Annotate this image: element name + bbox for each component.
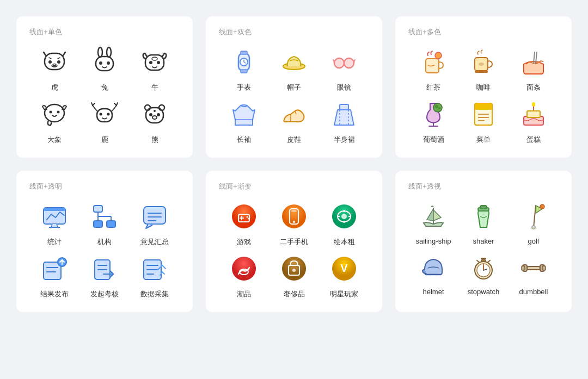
svg-text:V: V (340, 262, 348, 274)
svg-rect-27 (241, 51, 247, 54)
picture-book-label: 绘本租 (334, 237, 355, 247)
svg-point-36 (435, 52, 442, 59)
svg-rect-59 (107, 221, 115, 227)
list-item: 发起考核 (79, 252, 130, 299)
card-line-gradient: 线面+渐变 (206, 171, 382, 312)
svg-rect-4 (96, 57, 113, 71)
svg-rect-51 (527, 111, 540, 117)
stopwatch-icon (467, 251, 500, 283)
review-icon (88, 252, 121, 285)
svg-rect-57 (94, 206, 102, 212)
svg-point-11 (157, 61, 160, 64)
svg-line-119 (477, 260, 479, 262)
menu-label: 菜单 (476, 135, 491, 145)
trendy-label: 潮品 (237, 289, 251, 299)
card-title-line-single: 线面+单色 (29, 27, 180, 37)
svg-point-43 (435, 105, 438, 108)
list-item: 潮品 (219, 252, 269, 299)
svg-point-85 (247, 216, 248, 218)
svg-point-102 (292, 269, 296, 272)
sailing-ship-label: sailing-ship (415, 237, 451, 245)
skirt-icon (328, 98, 360, 131)
list-item: golf (509, 200, 559, 245)
shaker-icon (467, 200, 500, 233)
golf-label: golf (528, 237, 540, 245)
svg-point-24 (152, 116, 157, 119)
org-icon (88, 200, 121, 233)
deer-label: 鹿 (101, 135, 108, 145)
list-item: 鹿 (79, 98, 130, 145)
list-item: 结果发布 (29, 252, 79, 299)
list-item: 二手手机 (269, 200, 319, 247)
list-item: stopwatch (458, 251, 509, 296)
stats-label: 统计 (47, 237, 62, 247)
icon-grid-line-double: 手表 帽子 (219, 46, 369, 145)
review-label: 发起考核 (90, 289, 119, 299)
list-item: 兔 (79, 46, 130, 92)
cow-label: 牛 (151, 83, 158, 92)
golf-icon (517, 200, 550, 233)
celebrity-label: 明星玩家 (330, 289, 358, 299)
publish-label: 结果发布 (40, 289, 69, 299)
svg-rect-34 (340, 104, 348, 110)
svg-point-87 (282, 204, 306, 228)
menu-icon (467, 98, 500, 131)
svg-point-1 (48, 60, 52, 64)
feedback-label: 意见汇总 (140, 237, 169, 247)
list-item: 半身裙 (319, 98, 369, 145)
list-item: sailing-ship (408, 200, 458, 245)
trendy-icon (228, 252, 260, 285)
tiger-label: 虎 (51, 83, 58, 92)
svg-rect-64 (144, 207, 166, 224)
secondhand-phone-icon (278, 200, 310, 233)
svg-rect-124 (542, 266, 546, 270)
svg-point-17 (100, 113, 102, 116)
svg-point-10 (149, 61, 152, 64)
list-item: 长袖 (219, 98, 269, 145)
svg-rect-125 (527, 266, 540, 270)
list-item: 眼镜 (319, 46, 369, 92)
svg-point-7 (99, 61, 102, 65)
svg-rect-28 (241, 70, 247, 73)
list-item: 红茶 (408, 46, 458, 92)
icon-grid-line-single: 虎 兔 (29, 46, 180, 145)
list-item: 手表 (219, 46, 269, 92)
svg-point-81 (232, 204, 256, 228)
icon-grid-line-transparent: 统计 机构 (29, 200, 180, 299)
red-tea-label: 红茶 (426, 83, 440, 92)
svg-rect-38 (475, 71, 488, 73)
svg-point-14 (50, 111, 52, 114)
icon-grid-line-multi: 红茶 咖啡 (408, 46, 559, 145)
dumbbell-label: dumbbell (519, 288, 548, 296)
luxury-icon (278, 252, 310, 285)
helmet-icon (417, 251, 450, 283)
svg-point-3 (53, 64, 56, 66)
icon-showcase-grid: 线面+单色 虎 (16, 16, 572, 312)
list-item: 绘本租 (319, 200, 369, 247)
card-line-multi: 线面+多色 红茶 (395, 16, 572, 158)
secondhand-phone-label: 二手手机 (280, 237, 308, 247)
leather-shoes-label: 皮鞋 (287, 135, 301, 145)
svg-point-93 (341, 214, 347, 219)
svg-point-112 (425, 273, 442, 276)
hat-label: 帽子 (287, 83, 301, 92)
list-item: dumbbell (509, 251, 559, 296)
datacollect-label: 数据采集 (140, 289, 169, 299)
svg-point-39 (479, 63, 484, 66)
watch-label: 手表 (237, 83, 251, 92)
list-item: 咖啡 (458, 46, 509, 92)
svg-point-86 (248, 218, 250, 220)
svg-point-53 (532, 102, 535, 107)
datacollect-icon (138, 252, 171, 285)
svg-point-31 (334, 58, 344, 68)
red-tea-icon (417, 46, 450, 78)
list-item: 大象 (29, 98, 79, 145)
rabbit-label: 兔 (101, 83, 108, 92)
list-item: shaker (458, 200, 509, 245)
svg-rect-46 (475, 103, 492, 110)
game-icon (228, 200, 260, 233)
list-item: 帽子 (269, 46, 319, 92)
list-item: 葡萄酒 (408, 98, 458, 145)
svg-point-25 (154, 110, 156, 112)
longsleeve-icon (228, 98, 260, 131)
